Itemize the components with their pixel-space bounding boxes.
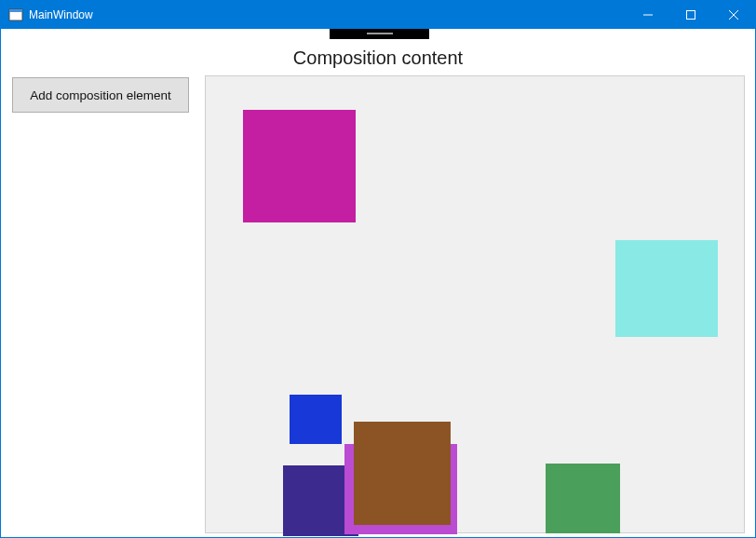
composition-canvas[interactable] (205, 75, 745, 533)
app-icon (8, 7, 23, 22)
maximize-button[interactable] (669, 1, 712, 29)
window-title: MainWindow (29, 8, 93, 21)
app-window: MainWindow Composition content Add compo… (0, 0, 756, 538)
titlebar: MainWindow (1, 1, 755, 29)
content-heading: Composition content (1, 47, 755, 69)
composition-shape[interactable] (290, 395, 342, 444)
svg-rect-3 (687, 11, 695, 20)
composition-shape[interactable] (615, 240, 718, 337)
add-composition-element-button[interactable]: Add composition element (12, 77, 189, 113)
drag-handle-icon (367, 33, 393, 34)
client-area: Composition content Add composition elem… (1, 29, 755, 537)
minimize-button[interactable] (627, 1, 669, 29)
composition-shape[interactable] (546, 464, 620, 533)
composition-shape[interactable] (243, 110, 356, 222)
svg-rect-1 (9, 9, 22, 12)
composition-shape[interactable] (354, 422, 451, 525)
close-button[interactable] (712, 1, 755, 29)
top-dark-strip (330, 29, 429, 39)
